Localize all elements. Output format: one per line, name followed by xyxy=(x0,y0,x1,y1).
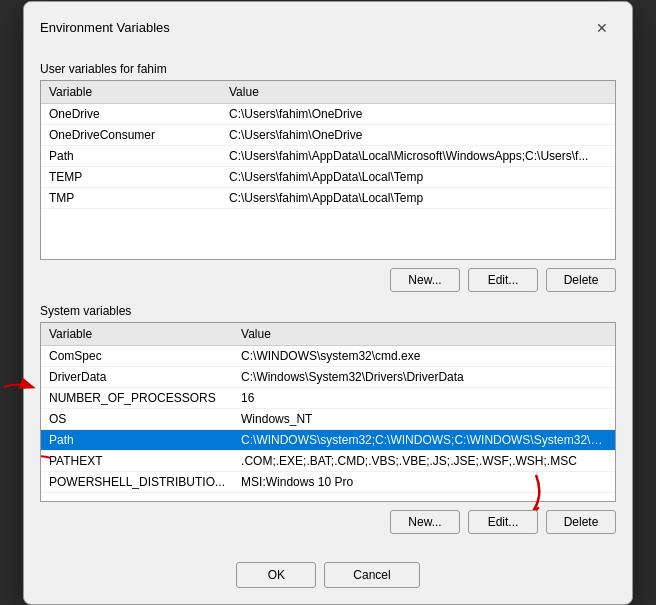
system-table-header: Variable Value xyxy=(41,323,615,346)
close-button[interactable]: ✕ xyxy=(588,14,616,42)
system-col-variable: Variable xyxy=(41,323,233,346)
cell-variable: POWERSHELL_DISTRIBUTIO... xyxy=(41,471,233,492)
table-row[interactable]: TEMPC:\Users\fahim\AppData\Local\Temp xyxy=(41,166,615,187)
cell-variable: Path xyxy=(41,429,233,450)
cell-value: Windows_NT xyxy=(233,408,615,429)
user-table-body: OneDriveC:\Users\fahim\OneDriveOneDriveC… xyxy=(41,103,615,208)
system-section-label: System variables xyxy=(40,304,616,318)
cell-variable: OS xyxy=(41,408,233,429)
cancel-button[interactable]: Cancel xyxy=(324,562,419,588)
dialog-body: User variables for fahim Variable Value … xyxy=(24,50,632,550)
cell-variable: PATHEXT xyxy=(41,450,233,471)
user-delete-button[interactable]: Delete xyxy=(546,268,616,292)
table-row[interactable]: NUMBER_OF_PROCESSORS16 xyxy=(41,387,615,408)
cell-value: 16 xyxy=(233,387,615,408)
table-row[interactable]: OneDriveConsumerC:\Users\fahim\OneDrive xyxy=(41,124,615,145)
cell-variable: TEMP xyxy=(41,166,221,187)
user-col-value: Value xyxy=(221,81,615,104)
cell-value: C:\Users\fahim\AppData\Local\Temp xyxy=(221,166,615,187)
system-variables-table-container[interactable]: Variable Value ComSpecC:\WINDOWS\system3… xyxy=(40,322,616,502)
user-col-variable: Variable xyxy=(41,81,221,104)
cell-value: C:\Users\fahim\AppData\Local\Temp xyxy=(221,187,615,208)
user-edit-button[interactable]: Edit... xyxy=(468,268,538,292)
user-table-header: Variable Value xyxy=(41,81,615,104)
table-row[interactable]: ComSpecC:\WINDOWS\system32\cmd.exe xyxy=(41,345,615,366)
dialog-title: Environment Variables xyxy=(40,20,170,35)
table-row[interactable]: TMPC:\Users\fahim\AppData\Local\Temp xyxy=(41,187,615,208)
user-new-button[interactable]: New... xyxy=(390,268,460,292)
cell-variable: TMP xyxy=(41,187,221,208)
cell-variable: Path xyxy=(41,145,221,166)
cell-value: C:\Users\fahim\OneDrive xyxy=(221,124,615,145)
system-new-button[interactable]: New... xyxy=(390,510,460,534)
table-row[interactable]: PATHEXT.COM;.EXE;.BAT;.CMD;.VBS;.VBE;.JS… xyxy=(41,450,615,471)
ok-button[interactable]: OK xyxy=(236,562,316,588)
system-edit-button[interactable]: Edit... xyxy=(468,510,538,534)
dialog-footer: OK Cancel xyxy=(24,550,632,604)
system-buttons-row: New... Edit... Delete xyxy=(40,510,616,534)
cell-variable: OneDrive xyxy=(41,103,221,124)
user-buttons-row: New... Edit... Delete xyxy=(40,268,616,292)
user-variables-section: User variables for fahim Variable Value … xyxy=(40,62,616,292)
cell-variable: NUMBER_OF_PROCESSORS xyxy=(41,387,233,408)
table-row[interactable]: POWERSHELL_DISTRIBUTIO...MSI:Windows 10 … xyxy=(41,471,615,492)
user-variables-table-container[interactable]: Variable Value OneDriveC:\Users\fahim\On… xyxy=(40,80,616,260)
cell-variable: DriverData xyxy=(41,366,233,387)
table-row[interactable]: DriverDataC:\Windows\System32\Drivers\Dr… xyxy=(41,366,615,387)
cell-variable: OneDriveConsumer xyxy=(41,124,221,145)
environment-variables-dialog: Environment Variables ✕ User variables f… xyxy=(23,1,633,605)
user-variables-table: Variable Value OneDriveC:\Users\fahim\On… xyxy=(41,81,615,209)
title-bar: Environment Variables ✕ xyxy=(24,2,632,50)
system-delete-button[interactable]: Delete xyxy=(546,510,616,534)
cell-variable: ComSpec xyxy=(41,345,233,366)
table-row[interactable]: PathC:\Users\fahim\AppData\Local\Microso… xyxy=(41,145,615,166)
user-section-label: User variables for fahim xyxy=(40,62,616,76)
system-variables-table: Variable Value ComSpecC:\WINDOWS\system3… xyxy=(41,323,615,493)
cell-value: C:\Users\fahim\AppData\Local\Microsoft\W… xyxy=(221,145,615,166)
cell-value: C:\Windows\System32\Drivers\DriverData xyxy=(233,366,615,387)
system-col-value: Value xyxy=(233,323,615,346)
table-row[interactable]: OSWindows_NT xyxy=(41,408,615,429)
cell-value: MSI:Windows 10 Pro xyxy=(233,471,615,492)
cell-value: C:\Users\fahim\OneDrive xyxy=(221,103,615,124)
system-table-body: ComSpecC:\WINDOWS\system32\cmd.exeDriver… xyxy=(41,345,615,492)
table-row[interactable]: PathC:\WINDOWS\system32;C:\WINDOWS;C:\WI… xyxy=(41,429,615,450)
system-variables-section: System variables Variable Value ComSpecC… xyxy=(40,304,616,534)
cell-value: C:\WINDOWS\system32;C:\WINDOWS;C:\WINDOW… xyxy=(233,429,615,450)
table-row[interactable]: OneDriveC:\Users\fahim\OneDrive xyxy=(41,103,615,124)
cell-value: C:\WINDOWS\system32\cmd.exe xyxy=(233,345,615,366)
cell-value: .COM;.EXE;.BAT;.CMD;.VBS;.VBE;.JS;.JSE;.… xyxy=(233,450,615,471)
